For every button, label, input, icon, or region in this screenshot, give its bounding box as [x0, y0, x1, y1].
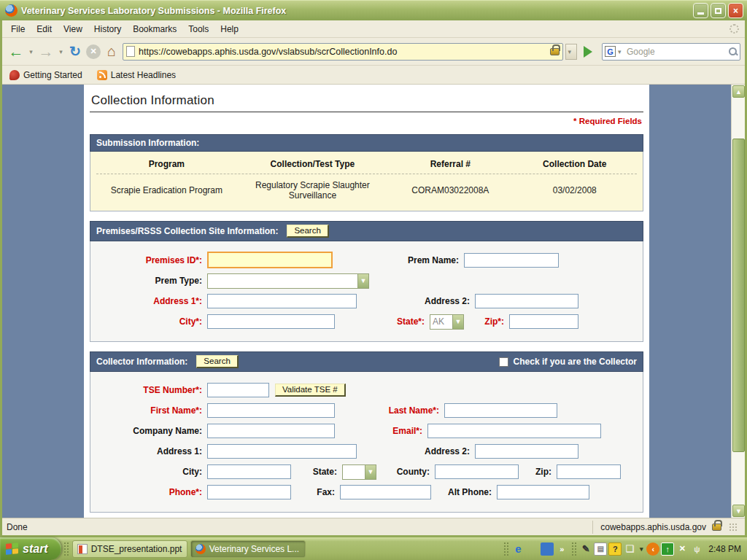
premises-prem-type-select[interactable]: ▼ [207, 273, 369, 289]
premises-premises-id-input[interactable] [207, 252, 333, 268]
collector-fax-input[interactable] [340, 485, 431, 499]
maximize-button[interactable] [711, 3, 726, 18]
firefox-icon[interactable] [526, 542, 539, 556]
caret-icon[interactable]: ▾ [638, 542, 645, 556]
ie-icon[interactable]: e [511, 542, 525, 556]
menu-file[interactable]: File [5, 22, 31, 36]
scrollbar-thumb[interactable] [732, 139, 745, 452]
value-collection-date: 03/02/2008 [513, 185, 637, 195]
back-button[interactable]: ← [7, 43, 26, 61]
help-icon[interactable]: ? [608, 542, 622, 556]
getting-started-icon [9, 70, 20, 80]
premises-state-select[interactable]: AK▼ [430, 314, 464, 330]
page-title: Collection Information [90, 92, 643, 112]
collector-last-name-input[interactable] [444, 403, 557, 418]
menu-bookmarks[interactable]: Bookmarks [127, 22, 182, 36]
menu-bar: File Edit View History Bookmarks Tools H… [2, 20, 745, 38]
collector-address-1-input[interactable] [207, 444, 357, 459]
close-button[interactable]: × [728, 3, 743, 18]
bookmark-getting-started[interactable]: Getting Started [9, 70, 82, 80]
status-bar: Done cowebapps.aphis.usda.gov [2, 518, 745, 537]
collector-alt-phone-input[interactable] [497, 485, 589, 499]
premises-prem-name-input[interactable] [464, 253, 559, 268]
search-bar[interactable]: G ▾ [602, 43, 740, 61]
menu-tools[interactable]: Tools [182, 22, 214, 36]
collector-email-label: Email*: [335, 426, 427, 436]
resize-grip[interactable] [729, 523, 738, 532]
scroll-up-button[interactable]: ▲ [732, 85, 745, 98]
collector-state-select[interactable]: ▼ [342, 464, 376, 480]
task-button-ppt[interactable]: DTSE_presentation.ppt [72, 540, 187, 558]
premises-address-1-input[interactable] [207, 294, 357, 308]
forward-button[interactable]: → [36, 43, 55, 61]
home-button[interactable]: ⌂ [103, 43, 120, 60]
overflow-chevron-icon[interactable]: » [555, 542, 568, 556]
collector-search-button[interactable]: Search [196, 355, 238, 368]
task-button-firefox[interactable]: Veterinary Services L... [190, 540, 306, 558]
submission-table: Program Collection/Test Type Referral # … [90, 152, 643, 211]
status-site: cowebapps.aphis.usda.gov [600, 522, 706, 532]
premises-section-header: Premises/RSSS Collection Site Informatio… [90, 221, 643, 241]
upload-icon[interactable]: ↑ [661, 542, 674, 556]
status-security: cowebapps.aphis.usda.gov [592, 521, 740, 534]
taskbar-handle[interactable] [63, 542, 69, 556]
msn-icon[interactable] [541, 542, 554, 556]
bookmark-latest-headlines[interactable]: Latest Headlines [97, 70, 176, 80]
submission-table-row: Scrapie Eradication Program Regulatory S… [96, 174, 637, 205]
chevron-down-icon: ▼ [452, 315, 463, 329]
forward-dropdown-icon[interactable]: ▾ [58, 48, 64, 55]
search-input[interactable] [627, 47, 727, 57]
collector-city-label: City: [90, 467, 207, 477]
google-engine-icon[interactable]: G [605, 46, 616, 57]
windows-icon[interactable]: ❏ [623, 542, 636, 556]
collector-self-checkbox[interactable] [499, 357, 508, 367]
start-button[interactable]: start [0, 537, 61, 560]
firefox-icon [196, 544, 206, 554]
vertical-scrollbar[interactable]: ▲ ▼ [731, 85, 745, 518]
notes-icon[interactable]: ▤ [594, 542, 607, 556]
premises-prem-name-label: Prem Name: [333, 255, 464, 265]
engine-dropdown-icon[interactable]: ▾ [618, 48, 624, 55]
muted-display-icon[interactable]: ✕ [676, 542, 689, 556]
navigation-toolbar: ← ▾ → ▾ ↻ ✕ ⌂ ▾ G ▾ [2, 38, 745, 66]
minimize-button[interactable] [693, 3, 708, 18]
collector-email-input[interactable] [427, 424, 601, 438]
collector-phone-input[interactable] [207, 485, 291, 499]
collector-city-input[interactable] [207, 464, 291, 479]
premises-address-2-input[interactable] [475, 294, 578, 308]
form-row: Address 1*:Address 2: [90, 293, 643, 309]
menu-help[interactable]: Help [214, 22, 244, 36]
form-row: Prem Type:▼ [90, 273, 643, 289]
url-bar[interactable] [123, 43, 563, 61]
premises-zip-input[interactable] [509, 314, 578, 329]
url-input[interactable] [139, 47, 546, 57]
reload-button[interactable]: ↻ [66, 43, 84, 60]
search-icon[interactable] [729, 47, 738, 56]
menu-history[interactable]: History [88, 22, 127, 36]
collector-tse-number-input[interactable] [207, 383, 269, 397]
premises-search-button[interactable]: Search [287, 225, 328, 238]
collector-county-label: County: [376, 467, 435, 477]
go-button[interactable] [579, 43, 597, 61]
stop-button[interactable]: ✕ [86, 44, 101, 59]
bookmarks-toolbar: Getting Started Latest Headlines [2, 66, 745, 85]
collector-validate-tse-button[interactable]: Validate TSE # [275, 384, 346, 397]
menu-edit[interactable]: Edit [31, 22, 58, 36]
url-history-dropdown[interactable]: ▾ [565, 44, 577, 60]
back-dropdown-icon[interactable]: ▾ [28, 48, 34, 55]
value-referral: CORAM03022008A [388, 185, 512, 195]
value-program: Scrapie Eradication Program [96, 185, 237, 195]
pen-icon[interactable]: ✎ [579, 542, 592, 556]
menu-view[interactable]: View [58, 22, 88, 36]
hp-icon[interactable]: ‹ [646, 542, 659, 556]
collector-company-name-input[interactable] [207, 424, 335, 438]
collector-zip-input[interactable] [557, 464, 621, 479]
collector-zip-label: Zip: [519, 467, 557, 477]
scroll-down-button[interactable]: ▼ [732, 505, 745, 517]
collector-address-2-input[interactable] [475, 444, 578, 459]
collector-county-input[interactable] [435, 464, 519, 479]
premises-city-input[interactable] [207, 314, 335, 329]
form-row: Premises ID*:Prem Name: [90, 252, 643, 268]
wifi-icon[interactable]: ψ [690, 542, 703, 556]
collector-first-name-input[interactable] [207, 403, 335, 418]
